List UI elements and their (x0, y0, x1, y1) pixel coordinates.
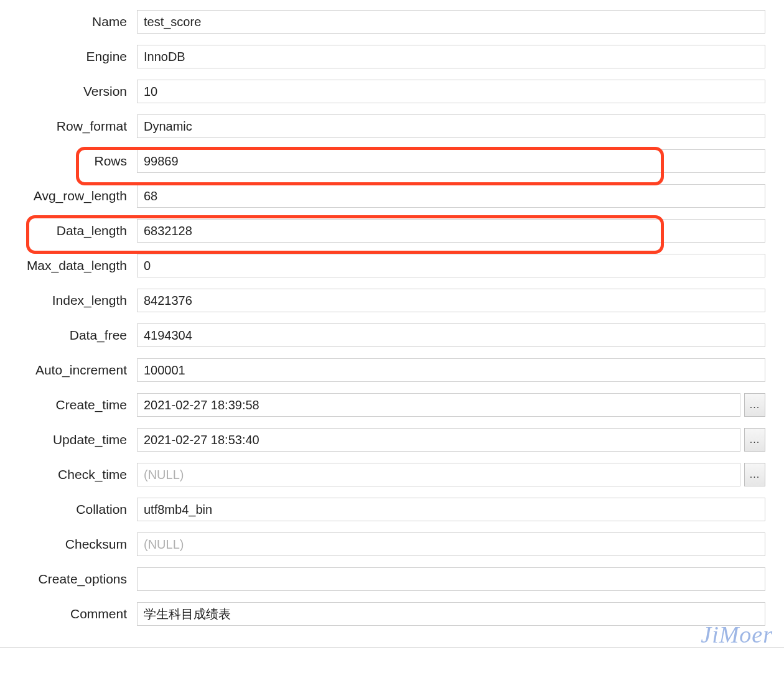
label-checksum: Checksum (6, 537, 137, 552)
ellipsis-icon: ... (750, 469, 760, 480)
label-version: Version (6, 84, 137, 99)
field-wrap-max-data-length (137, 254, 765, 277)
row-name: Name (6, 10, 765, 34)
input-check-time[interactable] (137, 463, 740, 486)
input-checksum[interactable] (137, 532, 765, 556)
ellipsis-icon: ... (750, 434, 760, 445)
row-create-time: Create_time ... (6, 393, 765, 417)
row-collation: Collation (6, 498, 765, 521)
field-wrap-name (137, 10, 765, 34)
field-wrap-avg-row-length (137, 184, 765, 208)
label-check-time: Check_time (6, 467, 137, 482)
row-index-length: Index_length (6, 289, 765, 312)
input-comment[interactable] (137, 602, 765, 626)
label-update-time: Update_time (6, 432, 137, 447)
row-auto-increment: Auto_increment (6, 358, 765, 382)
row-update-time: Update_time ... (6, 428, 765, 452)
row-data-length: Data_length (6, 219, 765, 243)
input-version[interactable] (137, 80, 765, 103)
input-avg-row-length[interactable] (137, 184, 765, 208)
row-create-options: Create_options (6, 567, 765, 591)
input-data-length[interactable] (137, 219, 765, 243)
row-checksum: Checksum (6, 532, 765, 556)
label-rows: Rows (6, 154, 137, 169)
input-auto-increment[interactable] (137, 358, 765, 382)
field-wrap-data-length (137, 219, 765, 243)
label-avg-row-length: Avg_row_length (6, 188, 137, 203)
row-comment: Comment (6, 602, 765, 626)
field-wrap-rows (137, 149, 765, 173)
ellipsis-icon: ... (750, 399, 760, 411)
label-collation: Collation (6, 502, 137, 517)
row-engine: Engine (6, 45, 765, 68)
input-rows[interactable] (137, 149, 765, 173)
field-wrap-update-time: ... (137, 428, 765, 452)
label-comment: Comment (6, 606, 137, 621)
input-engine[interactable] (137, 45, 765, 68)
picker-button-check-time[interactable]: ... (744, 463, 765, 486)
label-row-format: Row_format (6, 119, 137, 134)
field-wrap-row-format (137, 114, 765, 138)
field-wrap-collation (137, 498, 765, 521)
label-index-length: Index_length (6, 293, 137, 308)
label-data-free: Data_free (6, 328, 137, 343)
field-wrap-create-options (137, 567, 765, 591)
input-data-free[interactable] (137, 323, 765, 347)
field-wrap-checksum (137, 532, 765, 556)
row-row-format: Row_format (6, 114, 765, 138)
field-wrap-comment (137, 602, 765, 626)
input-name[interactable] (137, 10, 765, 34)
input-row-format[interactable] (137, 114, 765, 138)
label-data-length: Data_length (6, 223, 137, 238)
picker-button-update-time[interactable]: ... (744, 428, 765, 452)
field-wrap-auto-increment (137, 358, 765, 382)
field-wrap-version (137, 80, 765, 103)
label-create-options: Create_options (6, 572, 137, 587)
input-update-time[interactable] (137, 428, 740, 452)
label-name: Name (6, 14, 137, 29)
label-create-time: Create_time (6, 397, 137, 412)
field-wrap-create-time: ... (137, 393, 765, 417)
label-auto-increment: Auto_increment (6, 363, 137, 378)
label-engine: Engine (6, 49, 137, 64)
field-wrap-index-length (137, 289, 765, 312)
field-wrap-data-free (137, 323, 765, 347)
label-max-data-length: Max_data_length (6, 258, 137, 273)
input-collation[interactable] (137, 498, 765, 521)
row-rows: Rows (6, 149, 765, 173)
picker-button-create-time[interactable]: ... (744, 393, 765, 417)
row-check-time: Check_time ... (6, 463, 765, 486)
input-create-options[interactable] (137, 567, 765, 591)
row-max-data-length: Max_data_length (6, 254, 765, 277)
input-max-data-length[interactable] (137, 254, 765, 277)
field-wrap-engine (137, 45, 765, 68)
input-create-time[interactable] (137, 393, 740, 417)
row-data-free: Data_free (6, 323, 765, 347)
table-status-form: Name Engine Version Row_format Rows Avg_… (0, 0, 784, 648)
input-index-length[interactable] (137, 289, 765, 312)
row-avg-row-length: Avg_row_length (6, 184, 765, 208)
field-wrap-check-time: ... (137, 463, 765, 486)
row-version: Version (6, 80, 765, 103)
